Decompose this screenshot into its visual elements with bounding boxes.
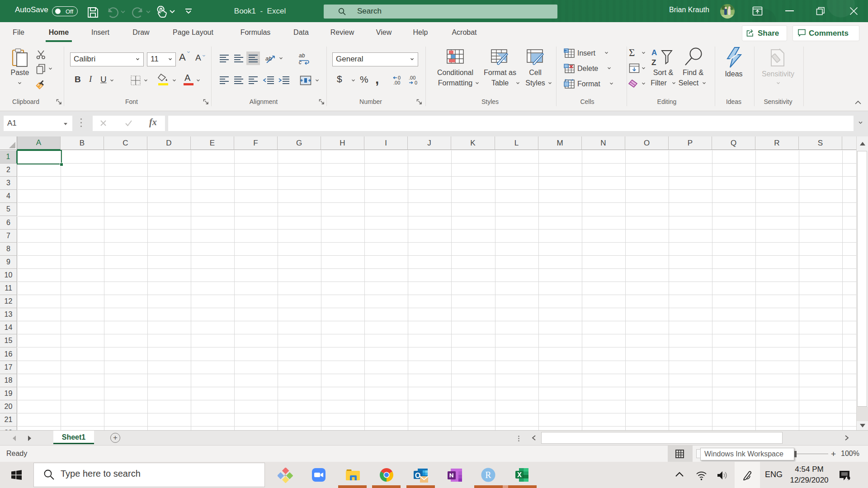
svg-text:c: c (299, 59, 302, 65)
svg-text:Z: Z (651, 58, 656, 67)
svg-text:ab: ab (299, 52, 305, 59)
svg-text:0: 0 (415, 80, 417, 85)
svg-text:.00: .00 (393, 80, 400, 85)
svg-text:O: O (415, 472, 420, 479)
svg-text:A: A (651, 48, 657, 57)
svg-text:R: R (485, 470, 491, 480)
